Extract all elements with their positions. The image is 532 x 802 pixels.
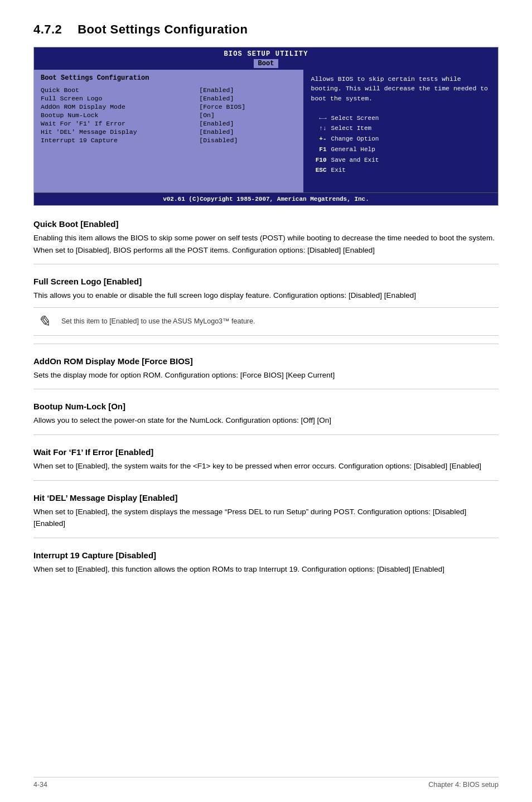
note-icon: ✎	[33, 312, 54, 331]
bios-item-label: Interrupt 19 Capture	[41, 137, 199, 144]
section-number: 4.7.2	[33, 22, 62, 36]
bios-item-row: Interrupt 19 Capture[Disabled]	[41, 137, 297, 144]
section-title: 4.7.2Boot Settings Configuration	[33, 22, 499, 37]
bios-left-panel: Boot Settings Configuration Quick Boot[E…	[34, 70, 303, 192]
bios-header: BIOS SETUP UTILITY	[34, 47, 498, 59]
section-divider	[33, 389, 499, 389]
bios-items-list: Quick Boot[Enabled]Full Screen Logo[Enab…	[41, 86, 297, 144]
bios-key-symbol: F1	[311, 144, 327, 155]
bios-key-desc: Select Screen	[331, 113, 490, 124]
bios-key-desc: Change Option	[331, 134, 490, 144]
page-footer: 4-34 Chapter 4: BIOS setup	[33, 777, 499, 789]
footer-page-number: 4-34	[33, 781, 47, 789]
bios-item-value: [Enabled]	[199, 120, 296, 127]
bios-content: Boot Settings Configuration Quick Boot[E…	[34, 70, 498, 192]
note-box: ✎ Set this item to [Enabled] to use the …	[33, 307, 499, 336]
bios-item-value: [Enabled]	[199, 128, 296, 136]
section-divider	[33, 344, 499, 344]
subsection-wait-f1: Wait For ‘F1’ If Error [Enabled]When set…	[33, 447, 499, 472]
subsection-heading-bootup-numlock: Bootup Num-Lock [On]	[33, 402, 499, 411]
bios-item-row: Full Screen Logo[Enabled]	[41, 95, 297, 102]
subsection-heading-addon-rom: AddOn ROM Display Mode [Force BIOS]	[33, 356, 499, 366]
bios-item-row: AddOn ROM Display Mode[Force BIOS]	[41, 103, 297, 110]
bios-help-text: Allows BIOS to skip certain tests while …	[311, 74, 490, 103]
bios-item-value: [Force BIOS]	[199, 103, 296, 110]
subsection-full-screen-logo: Full Screen Logo [Enabled]This allows yo…	[33, 277, 499, 336]
bios-item-row: Wait For 'F1' If Error[Enabled]	[41, 120, 297, 127]
bios-item-label: AddOn ROM Display Mode	[41, 103, 199, 110]
bios-active-tab: Boot	[254, 59, 279, 68]
footer-chapter: Chapter 4: BIOS setup	[428, 781, 499, 789]
bios-key-row: F1General Help	[311, 144, 490, 155]
bios-item-value: [Enabled]	[199, 86, 296, 94]
bios-screenshot: BIOS SETUP UTILITY Boot Boot Settings Co…	[33, 47, 499, 206]
bios-item-label: Wait For 'F1' If Error	[41, 120, 199, 127]
subsection-heading-full-screen-logo: Full Screen Logo [Enabled]	[33, 277, 499, 286]
bios-key-symbol: ESC	[311, 165, 327, 176]
section-divider	[33, 264, 499, 264]
bios-item-label: Hit 'DEL' Message Display	[41, 128, 199, 136]
bios-keys: ←→Select Screen↑↓Select Item+-Change Opt…	[311, 113, 490, 176]
subsection-body-addon-rom: Sets the display mode for option ROM. Co…	[33, 369, 499, 381]
bios-key-row: F10Save and Exit	[311, 155, 490, 166]
bios-key-desc: Save and Exit	[331, 155, 490, 166]
bios-item-label: Quick Boot	[41, 86, 199, 94]
section-divider	[33, 480, 499, 481]
bios-key-row: ↑↓Select Item	[311, 123, 490, 134]
subsection-body-wait-f1: When set to [Enabled], the system waits …	[33, 460, 499, 472]
subsection-body-quick-boot: Enabling this item allows the BIOS to sk…	[33, 232, 499, 256]
bios-item-value: [Enabled]	[199, 95, 296, 102]
subsection-hit-del: Hit ‘DEL’ Message Display [Enabled]When …	[33, 493, 499, 530]
bios-footer: v02.61 (C)Copyright 1985-2007, American …	[34, 192, 498, 205]
subsection-quick-boot: Quick Boot [Enabled]Enabling this item a…	[33, 219, 499, 256]
bios-key-desc: Select Item	[331, 123, 490, 134]
bios-key-row: ESCExit	[311, 165, 490, 176]
subsection-heading-hit-del: Hit ‘DEL’ Message Display [Enabled]	[33, 493, 499, 503]
bios-key-symbol: ↑↓	[311, 123, 327, 134]
section-divider	[33, 538, 499, 538]
bios-item-row: Quick Boot[Enabled]	[41, 86, 297, 94]
subsection-bootup-numlock: Bootup Num-Lock [On]Allows you to select…	[33, 402, 499, 427]
bios-key-row: +-Change Option	[311, 134, 490, 144]
subsection-heading-interrupt-19: Interrupt 19 Capture [Disabled]	[33, 550, 499, 560]
subsection-body-full-screen-logo: This allows you to enable or disable the…	[33, 289, 499, 302]
bios-right-panel: Allows BIOS to skip certain tests while …	[303, 70, 498, 192]
bios-key-symbol: ←→	[311, 113, 327, 124]
section-heading-text: Boot Settings Configuration	[78, 22, 248, 36]
bios-item-row: Hit 'DEL' Message Display[Enabled]	[41, 128, 297, 136]
subsection-addon-rom: AddOn ROM Display Mode [Force BIOS]Sets …	[33, 356, 499, 381]
bios-key-symbol: +-	[311, 134, 327, 144]
note-text: Set this item to [Enabled] to use the AS…	[61, 317, 255, 325]
subsections: Quick Boot [Enabled]Enabling this item a…	[33, 219, 499, 575]
subsection-heading-wait-f1: Wait For ‘F1’ If Error [Enabled]	[33, 447, 499, 457]
bios-key-symbol: F10	[311, 155, 327, 166]
bios-item-label: Full Screen Logo	[41, 95, 199, 102]
bios-key-desc: Exit	[331, 165, 490, 176]
subsection-interrupt-19: Interrupt 19 Capture [Disabled]When set …	[33, 550, 499, 576]
bios-left-title: Boot Settings Configuration	[41, 74, 297, 82]
bios-item-value: [On]	[199, 112, 296, 119]
subsection-body-interrupt-19: When set to [Enabled], this function all…	[33, 563, 499, 576]
subsection-body-bootup-numlock: Allows you to select the power-on state …	[33, 414, 499, 427]
bios-item-label: Bootup Num-Lock	[41, 112, 199, 119]
subsection-body-hit-del: When set to [Enabled], the system displa…	[33, 506, 499, 530]
bios-tab-row: Boot	[34, 59, 498, 70]
subsection-heading-quick-boot: Quick Boot [Enabled]	[33, 219, 499, 229]
bios-item-row: Bootup Num-Lock[On]	[41, 112, 297, 119]
section-divider	[33, 434, 499, 435]
bios-item-value: [Disabled]	[199, 137, 296, 144]
bios-key-desc: General Help	[331, 144, 490, 155]
bios-key-row: ←→Select Screen	[311, 113, 490, 124]
